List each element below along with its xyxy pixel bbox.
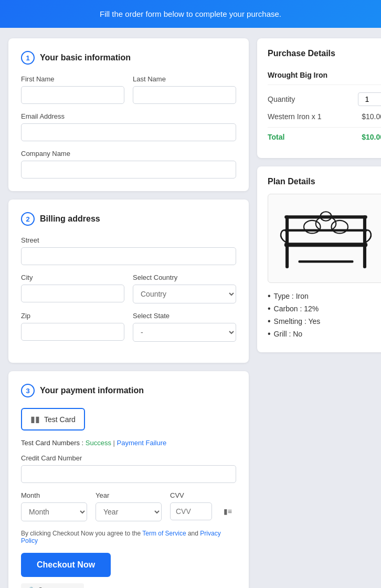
street-input[interactable] [21, 247, 236, 265]
first-name-label: First Name [21, 75, 124, 83]
step-3-circle: 3 [21, 384, 35, 397]
billing-title: Billing address [40, 214, 100, 224]
email-group: Email Address [21, 112, 236, 141]
city-country-row: City Select Country Country United State… [21, 274, 236, 303]
checkout-button[interactable]: Checkout Now [21, 553, 111, 577]
company-input[interactable] [21, 161, 236, 178]
cvv-card-icon: ▮≡ [224, 507, 232, 516]
line-item-row: Western Iron x 1 $10.00 [268, 112, 381, 121]
company-group: Company Name [21, 150, 236, 178]
terms-and: and [188, 530, 200, 537]
test-card-numbers: Test Card Numbers : Success | Payment Fa… [21, 439, 236, 447]
city-group: City [21, 274, 124, 303]
billing-header: 2 Billing address [21, 212, 236, 226]
terms-link[interactable]: Term of Service [142, 530, 186, 537]
cvv-input[interactable] [170, 502, 212, 520]
feature-carbon: Carbon : 12% [268, 304, 381, 313]
right-column: Purchase Details Wrought Big Iron Quanti… [257, 38, 381, 352]
failure-link[interactable]: Payment Failure [117, 439, 167, 447]
line-item-price: $10.00 [362, 112, 381, 121]
checkout-label: Checkout Now [37, 560, 95, 569]
basic-info-title: Your basic information [40, 53, 131, 62]
cvv-label: CVV [170, 491, 236, 499]
company-label: Company Name [21, 150, 236, 158]
purchase-details-card: Purchase Details Wrought Big Iron Quanti… [257, 38, 381, 158]
success-link[interactable]: Success [86, 439, 111, 447]
month-select[interactable]: Month 010203 040506 070809 101112 [21, 502, 87, 521]
month-year-cvv-row: Month Month 010203 040506 070809 101112 … [21, 491, 236, 521]
test-card-label: Test Card Numbers : [21, 439, 86, 447]
street-label: Street [21, 236, 236, 244]
last-name-label: Last Name [133, 75, 236, 83]
cc-number-label: Credit Card Number [21, 454, 236, 462]
secure-badge: 🔒 Secure server [21, 583, 84, 588]
payment-title: Your payment information [40, 386, 144, 395]
country-select[interactable]: Country United States Canada United King… [133, 285, 236, 303]
cvv-input-wrapper: ▮≡ [170, 502, 236, 520]
zip-group: Zip [21, 312, 124, 342]
last-name-input[interactable] [133, 86, 236, 104]
email-input[interactable] [21, 123, 236, 141]
quantity-label: Quantity [268, 95, 295, 103]
bench-svg [273, 202, 378, 275]
plan-features: Type : Iron Carbon : 12% Smelting : Yes … [268, 291, 381, 339]
basic-info-section: 1 Your basic information First Name Last… [8, 38, 249, 191]
line-item-label: Western Iron x 1 [268, 112, 321, 121]
product-name: Wrought Big Iron [268, 71, 381, 85]
separator: | [113, 439, 117, 447]
year-group: Year Year 202420252026 202720282029 [96, 491, 162, 521]
card-icon: ▮▮ [30, 414, 40, 424]
svg-rect-3 [285, 243, 289, 268]
total-row: Total $10.00 [268, 127, 381, 141]
cc-number-group: Credit Card Number [21, 454, 236, 483]
city-input[interactable] [21, 285, 124, 302]
quantity-row: Quantity [268, 92, 381, 106]
name-row: First Name Last Name [21, 75, 236, 104]
step-1-circle: 1 [21, 51, 35, 65]
payment-section: 3 Your payment information ▮▮ Test Card … [8, 371, 249, 588]
month-label: Month [21, 491, 87, 499]
street-group: Street [21, 236, 236, 265]
plan-details-card: Plan Details [257, 166, 381, 352]
cc-number-input[interactable] [21, 465, 236, 483]
email-label: Email Address [21, 112, 236, 120]
total-label: Total [268, 133, 284, 141]
zip-state-row: Zip Select State - California New York T… [21, 312, 236, 342]
plan-details-title: Plan Details [268, 177, 381, 186]
state-group: Select State - California New York Texas [133, 312, 236, 342]
purchase-details-title: Purchase Details [268, 49, 381, 64]
month-group: Month Month 010203 040506 070809 101112 [21, 491, 87, 521]
svg-rect-0 [284, 243, 367, 247]
city-label: City [21, 274, 124, 281]
svg-rect-11 [299, 260, 354, 262]
zip-input[interactable] [21, 323, 124, 341]
plan-image [268, 194, 381, 283]
first-name-group: First Name [21, 75, 124, 104]
quantity-input[interactable] [358, 92, 381, 106]
top-banner: Fill the order form below to complete yo… [0, 0, 381, 28]
last-name-group: Last Name [133, 75, 236, 104]
state-label: Select State [133, 312, 236, 320]
step-2-circle: 2 [21, 212, 35, 226]
left-column: 1 Your basic information First Name Last… [8, 38, 249, 588]
feature-type: Type : Iron [268, 291, 381, 301]
svg-rect-4 [363, 243, 366, 268]
zip-label: Zip [21, 312, 124, 320]
total-price: $10.00 [362, 133, 381, 141]
country-group: Select Country Country United States Can… [133, 274, 236, 303]
year-select[interactable]: Year 202420252026 202720282029 [96, 502, 162, 521]
year-label: Year [96, 491, 162, 499]
cvv-group: CVV ▮≡ [170, 491, 236, 521]
feature-grill: Grill : No [268, 329, 381, 339]
payment-method-button[interactable]: ▮▮ Test Card [21, 408, 85, 430]
country-label: Select Country [133, 274, 236, 281]
payment-header: 3 Your payment information [21, 384, 236, 397]
billing-section: 2 Billing address Street City Select Cou… [8, 200, 249, 363]
terms-text: By clicking Checkout Now you agree to th… [21, 530, 236, 544]
state-select[interactable]: - California New York Texas [133, 323, 236, 342]
basic-info-header: 1 Your basic information [21, 51, 236, 65]
banner-text: Fill the order form below to complete yo… [100, 9, 281, 18]
terms-prefix: By clicking Checkout Now you agree to th… [21, 530, 142, 537]
first-name-input[interactable] [21, 86, 124, 104]
feature-smelting: Smelting : Yes [268, 317, 381, 326]
